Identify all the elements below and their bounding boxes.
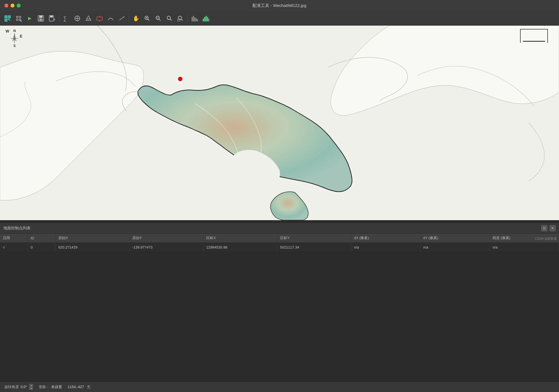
- toolbar-sep-2: [129, 14, 129, 23]
- transform-type-1[interactable]: ∑: [61, 13, 71, 24]
- scale-bar: [520, 29, 548, 43]
- col-enabled: 启用: [0, 234, 28, 242]
- panel-controls: ⊡ ✕: [541, 225, 556, 231]
- titlebar: 配准工具 - WechatIMG22.jpg: [0, 0, 559, 11]
- svg-rect-45: [194, 18, 196, 21]
- svg-point-8: [16, 19, 18, 21]
- histogram-1[interactable]: [189, 13, 200, 24]
- col-dy: dY (像素): [420, 234, 489, 242]
- rotation-value: 0.0°: [21, 385, 27, 389]
- add-points-button[interactable]: [13, 13, 24, 24]
- col-dest-x: 目标X: [203, 234, 277, 242]
- map-svg: [0, 26, 559, 220]
- svg-rect-0: [4, 15, 8, 18]
- rotation-spinner[interactable]: ▲ ▼: [29, 384, 33, 390]
- cell-orig-y: -139.977473: [129, 242, 203, 252]
- rotation-label: 旋转角度: [4, 384, 19, 389]
- toolbar-sep-1: [59, 14, 59, 23]
- map-canvas[interactable]: W N S E: [0, 26, 559, 220]
- spin-down[interactable]: ▼: [29, 387, 33, 390]
- maximize-button[interactable]: [17, 4, 21, 8]
- histogram-2[interactable]: [201, 13, 211, 24]
- svg-rect-49: [204, 17, 205, 21]
- col-orig-x: 原始X: [55, 234, 129, 242]
- run-button[interactable]: ▶: [24, 13, 35, 24]
- transform-type-4[interactable]: [94, 13, 105, 24]
- svg-rect-44: [193, 16, 194, 21]
- svg-point-6: [16, 16, 18, 18]
- gcp-table-body: √ 0 620.271429 -139.977473 12984530.98 5…: [0, 242, 559, 252]
- watermark: CSDN @彩影视: [535, 237, 557, 241]
- coord-suffix: 无: [87, 384, 90, 389]
- col-orig-y: 原始Y: [129, 234, 203, 242]
- window-title: 配准工具 - WechatIMG22.jpg: [253, 3, 306, 8]
- panel-resize-handle[interactable]: [0, 220, 559, 223]
- east-label: E: [20, 34, 22, 38]
- col-dest-y: 目标Y: [277, 234, 351, 242]
- transform-status: 变换： 未设置: [39, 384, 62, 389]
- svg-rect-26: [97, 17, 102, 20]
- panel-expand-button[interactable]: ⊡: [541, 225, 547, 231]
- transform-type-2[interactable]: [72, 13, 83, 24]
- zoom-select-tool[interactable]: [175, 13, 186, 24]
- coord-value: 1154,-427: [68, 385, 84, 389]
- svg-rect-52: [208, 19, 209, 21]
- toolbar: ▶ ∑ ✋: [0, 11, 559, 26]
- spin-up[interactable]: ▲: [29, 384, 33, 387]
- transform-label: 变换：: [39, 384, 50, 389]
- cell-enabled: √: [0, 242, 28, 252]
- north-arrow: W N S E: [6, 29, 23, 48]
- svg-line-36: [159, 19, 161, 21]
- gcp-table: 启用 ID 原始X 原始Y 目标X 目标Y dX (像素) dY (像素) 残差…: [0, 234, 559, 252]
- cell-residual: n/a: [489, 242, 559, 252]
- minimize-button[interactable]: [11, 4, 14, 8]
- svg-rect-15: [40, 19, 42, 21]
- svg-rect-50: [206, 16, 207, 21]
- rotation-status: 旋转角度 0.0° ▲ ▼: [4, 384, 33, 390]
- table-row[interactable]: √ 0 620.271429 -139.977473 12984530.98 5…: [0, 242, 559, 252]
- cell-dy: n/a: [420, 242, 489, 252]
- svg-line-41: [181, 19, 183, 21]
- save-button[interactable]: [36, 13, 46, 24]
- svg-point-38: [167, 16, 170, 19]
- map-marker: [178, 77, 182, 81]
- scale-bar-line: [523, 41, 545, 42]
- svg-line-32: [148, 19, 150, 21]
- cell-id: 0: [28, 242, 56, 252]
- svg-text:∑: ∑: [63, 16, 66, 21]
- west-label: W: [6, 29, 9, 33]
- transform-type-6[interactable]: [117, 13, 127, 24]
- svg-line-39: [170, 19, 172, 21]
- gcp-panel: 地面控制点列表 ⊡ ✕ 启用 ID 原始X 原始Y 目标X 目标Y dX (像素…: [0, 223, 559, 252]
- svg-rect-46: [196, 18, 197, 21]
- zoom-in-tool[interactable]: [142, 13, 152, 24]
- add-layer-button[interactable]: [2, 13, 13, 24]
- close-button[interactable]: [4, 4, 8, 8]
- zoom-extent[interactable]: [164, 13, 175, 24]
- transform-type-3[interactable]: [83, 13, 94, 24]
- panel-close-button[interactable]: ✕: [550, 225, 556, 231]
- svg-rect-17: [50, 16, 53, 18]
- svg-rect-47: [197, 19, 198, 21]
- zoom-out-tool[interactable]: [153, 13, 164, 24]
- svg-point-7: [19, 16, 21, 18]
- svg-marker-24: [86, 16, 91, 20]
- col-id: ID: [28, 234, 56, 242]
- transform-value: 未设置: [51, 384, 62, 389]
- col-dx: dX (像素): [351, 234, 420, 242]
- svg-rect-2: [4, 19, 8, 22]
- save-as-button[interactable]: [47, 13, 57, 24]
- south-label: S: [13, 44, 16, 48]
- toolbar-sep-3: [187, 14, 188, 23]
- pan-tool[interactable]: ✋: [131, 13, 141, 24]
- table-header-row: 启用 ID 原始X 原始Y 目标X 目标Y dX (像素) dY (像素) 残差…: [0, 234, 559, 242]
- cell-orig-x: 620.271429: [55, 242, 129, 252]
- svg-point-9: [19, 19, 21, 21]
- statusbar: 旋转角度 0.0° ▲ ▼ 变换： 未设置 1154,-427 无: [0, 381, 559, 392]
- svg-point-40: [178, 16, 182, 19]
- coord-status: 1154,-427 无: [68, 384, 90, 389]
- svg-rect-13: [39, 16, 43, 18]
- svg-rect-48: [203, 19, 204, 21]
- transform-type-5[interactable]: [105, 13, 116, 24]
- cell-dest-x: 12984530.98: [203, 242, 277, 252]
